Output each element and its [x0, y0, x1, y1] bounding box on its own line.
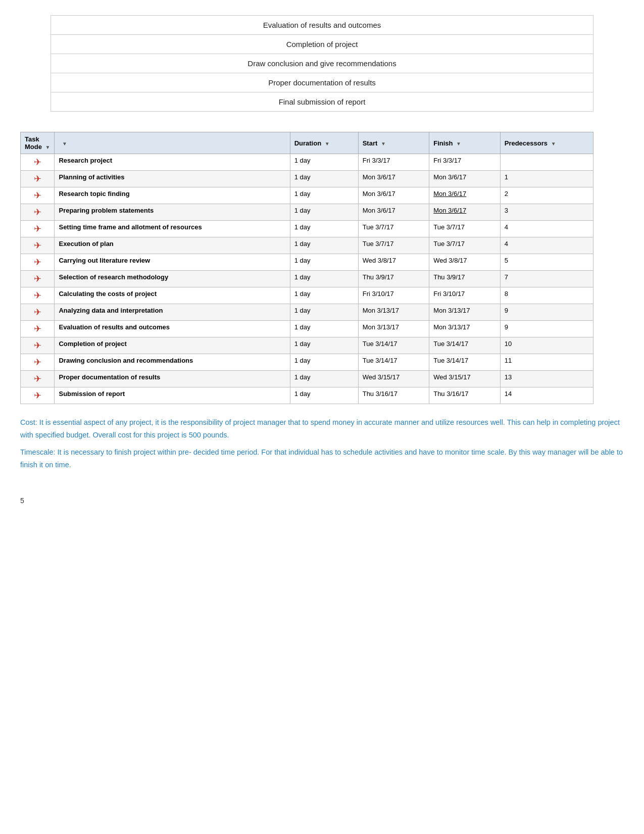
col-header-finish[interactable]: Finish ▼ [429, 132, 501, 154]
task-duration-cell: 1 day [290, 371, 358, 387]
task-name-cell: Calculating the costs of project [55, 287, 290, 304]
airplane-icon: ✈ [34, 290, 41, 301]
task-start-cell: Mon 3/6/17 [358, 171, 429, 187]
task-mode-icon: ✈ [21, 271, 55, 287]
airplane-icon: ✈ [34, 190, 41, 201]
task-name-cell: Selection of research methodology [55, 271, 290, 287]
table-row: ✈Drawing conclusion and recommendations1… [21, 354, 593, 371]
task-name-cell: Research topic finding [55, 187, 290, 204]
task-start-cell: Fri 3/10/17 [358, 287, 429, 304]
task-predecessors-cell: 4 [500, 237, 593, 254]
task-table: TaskMode ▼ ▼ Duration ▼ Start ▼ Finish ▼… [20, 132, 593, 404]
task-finish-cell: Thu 3/9/17 [429, 271, 501, 287]
task-start-cell: Tue 3/7/17 [358, 237, 429, 254]
top-list-item: Evaluation of results and outcomes [51, 16, 593, 35]
airplane-icon: ✈ [34, 340, 41, 351]
table-row: ✈Research project1 dayFri 3/3/17Fri 3/3/… [21, 154, 593, 171]
col-header-duration[interactable]: Duration ▼ [290, 132, 358, 154]
task-duration-cell: 1 day [290, 221, 358, 237]
airplane-icon: ✈ [34, 390, 41, 401]
table-row: ✈Preparing problem statements1 dayMon 3/… [21, 204, 593, 221]
airplane-icon: ✈ [34, 157, 41, 167]
table-row: ✈Planning of activities1 dayMon 3/6/17Mo… [21, 171, 593, 187]
table-row: ✈Carrying out literature review1 dayWed … [21, 254, 593, 271]
task-table-wrapper: TaskMode ▼ ▼ Duration ▼ Start ▼ Finish ▼… [20, 132, 593, 404]
table-row: ✈Submission of report1 dayThu 3/16/17Thu… [21, 387, 593, 404]
task-duration-cell: 1 day [290, 237, 358, 254]
task-start-cell: Wed 3/8/17 [358, 254, 429, 271]
task-start-cell: Mon 3/13/17 [358, 304, 429, 321]
task-start-cell: Mon 3/6/17 [358, 187, 429, 204]
task-start-cell: Fri 3/3/17 [358, 154, 429, 171]
airplane-icon: ✈ [34, 357, 41, 367]
paragraph: Timescale: It is necessary to finish pro… [20, 446, 624, 471]
task-mode-icon: ✈ [21, 154, 55, 171]
task-predecessors-cell [500, 154, 593, 171]
task-mode-icon: ✈ [21, 171, 55, 187]
task-finish-cell: Mon 3/13/17 [429, 304, 501, 321]
task-finish-cell: Mon 3/6/17 [429, 204, 501, 221]
task-name-cell: Completion of project [55, 337, 290, 354]
task-name-cell: Carrying out literature review [55, 254, 290, 271]
task-duration-cell: 1 day [290, 337, 358, 354]
airplane-icon: ✈ [34, 374, 41, 384]
task-finish-cell: Mon 3/6/17 [429, 187, 501, 204]
task-name-cell: Analyzing data and interpretation [55, 304, 290, 321]
task-duration-cell: 1 day [290, 354, 358, 371]
task-predecessors-cell: 10 [500, 337, 593, 354]
col-header-start[interactable]: Start ▼ [358, 132, 429, 154]
table-row: ✈Evaluation of results and outcomes1 day… [21, 321, 593, 337]
task-mode-icon: ✈ [21, 354, 55, 371]
airplane-icon: ✈ [34, 257, 41, 267]
task-start-cell: Tue 3/7/17 [358, 221, 429, 237]
para-section: Cost: It is essential aspect of any proj… [20, 416, 624, 471]
task-start-cell: Thu 3/9/17 [358, 271, 429, 287]
task-name-cell: Submission of report [55, 387, 290, 404]
task-finish-cell: Thu 3/16/17 [429, 387, 501, 404]
task-mode-icon: ✈ [21, 337, 55, 354]
table-row: ✈Research topic finding1 dayMon 3/6/17Mo… [21, 187, 593, 204]
top-list-item: Proper documentation of results [51, 73, 593, 92]
top-list-item: Final submission of report [51, 92, 593, 111]
table-row: ✈Selection of research methodology1 dayT… [21, 271, 593, 287]
task-name-cell: Preparing problem statements [55, 204, 290, 221]
task-name-cell: Planning of activities [55, 171, 290, 187]
task-predecessors-cell: 11 [500, 354, 593, 371]
task-start-cell: Tue 3/14/17 [358, 354, 429, 371]
table-row: ✈Setting time frame and allotment of res… [21, 221, 593, 237]
task-finish-cell: Tue 3/14/17 [429, 354, 501, 371]
airplane-icon: ✈ [34, 207, 41, 217]
task-finish-cell: Wed 3/15/17 [429, 371, 501, 387]
task-mode-icon: ✈ [21, 387, 55, 404]
col-header-task-mode[interactable]: TaskMode ▼ [21, 132, 55, 154]
airplane-icon: ✈ [34, 174, 41, 184]
task-name-cell: Research project [55, 154, 290, 171]
table-row: ✈Proper documentation of results1 dayWed… [21, 371, 593, 387]
col-header-task-name[interactable]: ▼ [55, 132, 290, 154]
table-row: ✈Analyzing data and interpretation1 dayM… [21, 304, 593, 321]
task-start-cell: Wed 3/15/17 [358, 371, 429, 387]
task-duration-cell: 1 day [290, 171, 358, 187]
table-row: ✈Calculating the costs of project1 dayFr… [21, 287, 593, 304]
task-duration-cell: 1 day [290, 254, 358, 271]
task-predecessors-cell: 8 [500, 287, 593, 304]
col-header-predecessors[interactable]: Predecessors ▼ [500, 132, 593, 154]
task-start-cell: Tue 3/14/17 [358, 337, 429, 354]
task-name-cell: Setting time frame and allotment of reso… [55, 221, 290, 237]
task-mode-icon: ✈ [21, 321, 55, 337]
top-list-box: Evaluation of results and outcomesComple… [51, 15, 594, 112]
task-duration-cell: 1 day [290, 271, 358, 287]
task-finish-cell: Fri 3/10/17 [429, 287, 501, 304]
task-finish-cell: Mon 3/13/17 [429, 321, 501, 337]
task-name-cell: Evaluation of results and outcomes [55, 321, 290, 337]
task-start-cell: Mon 3/13/17 [358, 321, 429, 337]
task-start-cell: Mon 3/6/17 [358, 204, 429, 221]
task-mode-icon: ✈ [21, 221, 55, 237]
task-mode-icon: ✈ [21, 304, 55, 321]
airplane-icon: ✈ [34, 224, 41, 234]
task-duration-cell: 1 day [290, 304, 358, 321]
task-finish-cell: Mon 3/6/17 [429, 171, 501, 187]
table-row: ✈Completion of project1 dayTue 3/14/17Tu… [21, 337, 593, 354]
task-predecessors-cell: 13 [500, 371, 593, 387]
task-name-cell: Execution of plan [55, 237, 290, 254]
